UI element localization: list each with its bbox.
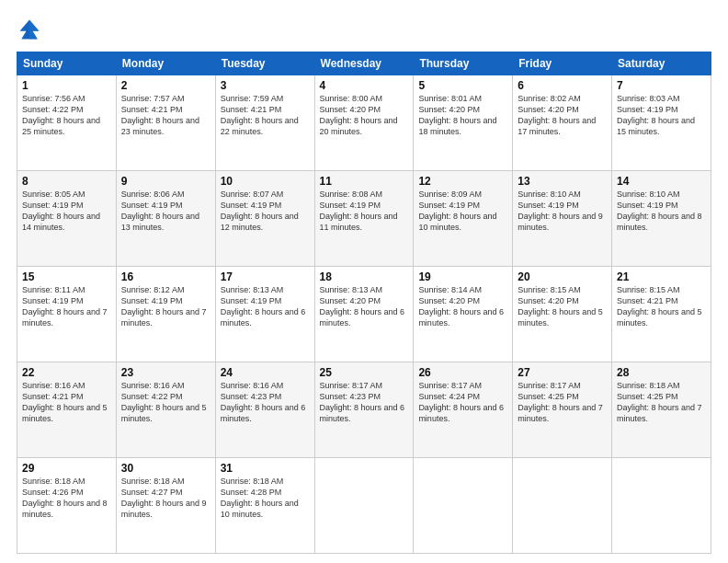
day-info: Sunrise: 8:05 AMSunset: 4:19 PMDaylight:… [22, 190, 100, 232]
day-number: 29 [22, 462, 111, 475]
day-info: Sunrise: 7:56 AMSunset: 4:22 PMDaylight:… [22, 94, 100, 136]
col-header-saturday: Saturday [612, 52, 711, 75]
day-info: Sunrise: 7:59 AMSunset: 4:21 PMDaylight:… [221, 94, 299, 136]
day-info: Sunrise: 8:14 AMSunset: 4:20 PMDaylight:… [418, 285, 504, 327]
calendar-cell: 6Sunrise: 8:02 AMSunset: 4:20 PMDaylight… [513, 75, 612, 171]
calendar-cell: 21Sunrise: 8:15 AMSunset: 4:21 PMDayligh… [612, 267, 711, 362]
calendar-cell: 14Sunrise: 8:10 AMSunset: 4:19 PMDayligh… [612, 171, 711, 267]
calendar-cell: 22Sunrise: 8:16 AMSunset: 4:21 PMDayligh… [17, 362, 117, 458]
calendar-cell: 18Sunrise: 8:13 AMSunset: 4:20 PMDayligh… [314, 267, 414, 362]
calendar-cell: 29Sunrise: 8:18 AMSunset: 4:26 PMDayligh… [17, 458, 117, 554]
day-info: Sunrise: 8:18 AMSunset: 4:25 PMDaylight:… [617, 381, 702, 423]
day-number: 18 [320, 270, 409, 283]
day-info: Sunrise: 8:18 AMSunset: 4:28 PMDaylight:… [221, 477, 299, 519]
day-info: Sunrise: 8:10 AMSunset: 4:19 PMDaylight:… [518, 190, 603, 232]
day-number: 28 [617, 366, 706, 379]
day-info: Sunrise: 8:10 AMSunset: 4:19 PMDaylight:… [617, 190, 702, 232]
calendar-cell [314, 458, 414, 554]
col-header-sunday: Sunday [17, 52, 117, 75]
day-info: Sunrise: 8:17 AMSunset: 4:24 PMDaylight:… [418, 381, 504, 423]
day-number: 9 [121, 175, 210, 188]
day-info: Sunrise: 8:16 AMSunset: 4:23 PMDaylight:… [221, 381, 306, 423]
day-info: Sunrise: 8:00 AMSunset: 4:20 PMDaylight:… [320, 94, 398, 136]
day-number: 13 [518, 175, 607, 188]
calendar-cell: 15Sunrise: 8:11 AMSunset: 4:19 PMDayligh… [17, 267, 117, 362]
calendar-cell: 9Sunrise: 8:06 AMSunset: 4:19 PMDaylight… [116, 171, 215, 267]
col-header-friday: Friday [513, 52, 612, 75]
header [17, 17, 711, 42]
calendar-cell: 20Sunrise: 8:15 AMSunset: 4:20 PMDayligh… [513, 267, 612, 362]
logo [17, 17, 46, 42]
calendar-week-4: 22Sunrise: 8:16 AMSunset: 4:21 PMDayligh… [17, 362, 711, 458]
day-info: Sunrise: 8:12 AMSunset: 4:19 PMDaylight:… [121, 285, 207, 327]
day-number: 5 [418, 79, 507, 92]
svg-marker-1 [29, 20, 40, 40]
day-number: 7 [617, 79, 706, 92]
calendar-cell: 13Sunrise: 8:10 AMSunset: 4:19 PMDayligh… [513, 171, 612, 267]
calendar-cell: 25Sunrise: 8:17 AMSunset: 4:23 PMDayligh… [314, 362, 414, 458]
calendar-cell [612, 458, 711, 554]
col-header-thursday: Thursday [414, 52, 513, 75]
day-number: 2 [121, 79, 210, 92]
day-number: 30 [121, 462, 210, 475]
calendar-cell [414, 458, 513, 554]
day-number: 27 [518, 366, 607, 379]
day-info: Sunrise: 8:01 AMSunset: 4:20 PMDaylight:… [418, 94, 496, 136]
calendar-week-3: 15Sunrise: 8:11 AMSunset: 4:19 PMDayligh… [17, 267, 711, 362]
calendar-cell: 4Sunrise: 8:00 AMSunset: 4:20 PMDaylight… [314, 75, 414, 171]
day-info: Sunrise: 8:16 AMSunset: 4:22 PMDaylight:… [121, 381, 207, 423]
day-info: Sunrise: 8:15 AMSunset: 4:20 PMDaylight:… [518, 285, 603, 327]
logo-icon [17, 17, 42, 42]
day-info: Sunrise: 8:13 AMSunset: 4:20 PMDaylight:… [320, 285, 405, 327]
day-info: Sunrise: 8:03 AMSunset: 4:19 PMDaylight:… [617, 94, 695, 136]
calendar-cell: 26Sunrise: 8:17 AMSunset: 4:24 PMDayligh… [414, 362, 513, 458]
day-number: 14 [617, 175, 706, 188]
calendar-cell: 19Sunrise: 8:14 AMSunset: 4:20 PMDayligh… [414, 267, 513, 362]
day-number: 26 [418, 366, 507, 379]
calendar-cell: 28Sunrise: 8:18 AMSunset: 4:25 PMDayligh… [612, 362, 711, 458]
day-number: 25 [320, 366, 409, 379]
calendar-cell: 23Sunrise: 8:16 AMSunset: 4:22 PMDayligh… [116, 362, 215, 458]
day-number: 11 [320, 175, 409, 188]
calendar-cell: 3Sunrise: 7:59 AMSunset: 4:21 PMDaylight… [215, 75, 314, 171]
calendar-week-5: 29Sunrise: 8:18 AMSunset: 4:26 PMDayligh… [17, 458, 711, 554]
day-number: 22 [22, 366, 111, 379]
calendar-cell: 16Sunrise: 8:12 AMSunset: 4:19 PMDayligh… [116, 267, 215, 362]
calendar-cell: 31Sunrise: 8:18 AMSunset: 4:28 PMDayligh… [215, 458, 314, 554]
calendar-cell: 5Sunrise: 8:01 AMSunset: 4:20 PMDaylight… [414, 75, 513, 171]
day-number: 10 [221, 175, 310, 188]
calendar-cell: 2Sunrise: 7:57 AMSunset: 4:21 PMDaylight… [116, 75, 215, 171]
col-header-wednesday: Wednesday [314, 52, 414, 75]
day-info: Sunrise: 8:17 AMSunset: 4:23 PMDaylight:… [320, 381, 405, 423]
day-info: Sunrise: 8:18 AMSunset: 4:26 PMDaylight:… [22, 477, 108, 519]
calendar-cell: 17Sunrise: 8:13 AMSunset: 4:19 PMDayligh… [215, 267, 314, 362]
day-number: 16 [121, 270, 210, 283]
day-info: Sunrise: 8:09 AMSunset: 4:19 PMDaylight:… [418, 190, 496, 232]
day-info: Sunrise: 8:18 AMSunset: 4:27 PMDaylight:… [121, 477, 207, 519]
calendar-cell: 7Sunrise: 8:03 AMSunset: 4:19 PMDaylight… [612, 75, 711, 171]
calendar-cell: 11Sunrise: 8:08 AMSunset: 4:19 PMDayligh… [314, 171, 414, 267]
day-info: Sunrise: 8:08 AMSunset: 4:19 PMDaylight:… [320, 190, 398, 232]
day-number: 21 [617, 270, 706, 283]
day-number: 15 [22, 270, 111, 283]
day-number: 8 [22, 175, 111, 188]
calendar-cell: 1Sunrise: 7:56 AMSunset: 4:22 PMDaylight… [17, 75, 117, 171]
day-info: Sunrise: 7:57 AMSunset: 4:21 PMDaylight:… [121, 94, 199, 136]
day-info: Sunrise: 8:16 AMSunset: 4:21 PMDaylight:… [22, 381, 108, 423]
page: SundayMondayTuesdayWednesdayThursdayFrid… [0, 0, 728, 563]
calendar-week-2: 8Sunrise: 8:05 AMSunset: 4:19 PMDaylight… [17, 171, 711, 267]
day-info: Sunrise: 8:02 AMSunset: 4:20 PMDaylight:… [518, 94, 596, 136]
calendar-cell: 12Sunrise: 8:09 AMSunset: 4:19 PMDayligh… [414, 171, 513, 267]
day-number: 4 [320, 79, 409, 92]
day-info: Sunrise: 8:13 AMSunset: 4:19 PMDaylight:… [221, 285, 306, 327]
day-number: 17 [221, 270, 310, 283]
calendar-cell [513, 458, 612, 554]
col-header-tuesday: Tuesday [215, 52, 314, 75]
day-number: 20 [518, 270, 607, 283]
day-number: 1 [22, 79, 111, 92]
calendar-cell: 8Sunrise: 8:05 AMSunset: 4:19 PMDaylight… [17, 171, 117, 267]
day-info: Sunrise: 8:17 AMSunset: 4:25 PMDaylight:… [518, 381, 603, 423]
day-number: 3 [221, 79, 310, 92]
day-number: 24 [221, 366, 310, 379]
day-info: Sunrise: 8:06 AMSunset: 4:19 PMDaylight:… [121, 190, 199, 232]
